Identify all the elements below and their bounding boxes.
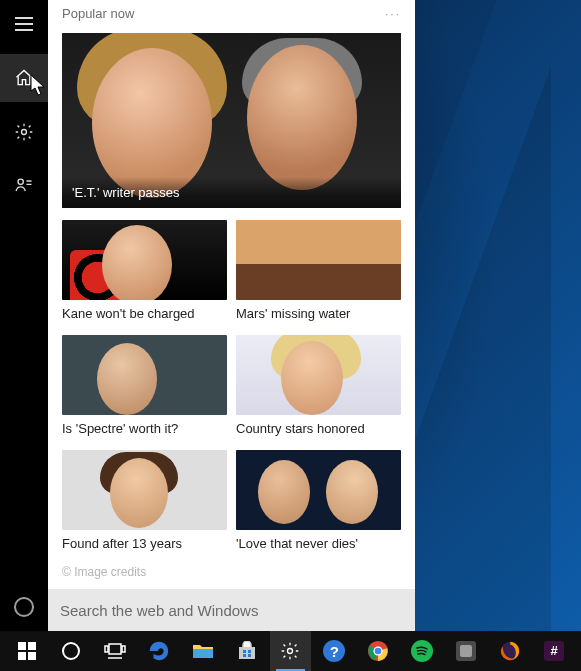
cortana-content: Popular now ··· 'E.T.' writer passes Kan… <box>48 0 415 631</box>
svg-rect-2 <box>18 642 26 650</box>
story-thumb <box>236 335 401 415</box>
chrome-icon[interactable] <box>357 631 399 671</box>
story-caption: Country stars honored <box>236 421 401 436</box>
story-caption: 'Love that never dies' <box>236 536 401 551</box>
hero-caption: 'E.T.' writer passes <box>62 177 401 208</box>
svg-point-1 <box>18 179 23 184</box>
svg-rect-5 <box>28 652 36 660</box>
svg-text:#: # <box>550 643 558 658</box>
section-title: Popular now <box>62 6 134 21</box>
svg-rect-3 <box>28 642 36 650</box>
settings-icon[interactable] <box>0 108 48 156</box>
slack-icon[interactable]: # <box>533 631 575 671</box>
home-icon[interactable] <box>0 54 48 102</box>
spotify-icon[interactable] <box>401 631 443 671</box>
svg-point-16 <box>375 648 382 655</box>
svg-point-13 <box>288 649 293 654</box>
search-bar[interactable] <box>48 589 415 631</box>
svg-rect-11 <box>243 654 246 657</box>
story-card[interactable]: Is 'Spectre' worth it? <box>62 335 227 446</box>
story-card[interactable]: Country stars honored <box>236 335 401 446</box>
edge-icon[interactable] <box>138 631 180 671</box>
svg-point-0 <box>22 130 27 135</box>
svg-rect-10 <box>248 650 251 653</box>
story-caption: Found after 13 years <box>62 536 227 551</box>
start-button[interactable] <box>6 631 48 671</box>
svg-rect-9 <box>243 650 246 653</box>
svg-rect-6 <box>109 644 121 654</box>
settings-taskbar-icon[interactable] <box>270 631 312 671</box>
svg-rect-7 <box>105 646 108 652</box>
story-card[interactable]: Found after 13 years <box>62 450 227 561</box>
story-caption: Mars' missing water <box>236 306 401 321</box>
story-caption: Kane won't be charged <box>62 306 227 321</box>
search-input[interactable] <box>60 602 403 619</box>
svg-rect-4 <box>18 652 26 660</box>
story-card[interactable]: 'Love that never dies' <box>236 450 401 561</box>
story-thumb <box>62 335 227 415</box>
svg-rect-12 <box>248 654 251 657</box>
story-thumb <box>236 450 401 530</box>
file-explorer-icon[interactable] <box>182 631 224 671</box>
story-thumb <box>62 450 227 530</box>
help-icon[interactable]: ? <box>313 631 355 671</box>
firefox-icon[interactable] <box>489 631 531 671</box>
story-card[interactable]: Mars' missing water <box>236 220 401 331</box>
app-gray-icon[interactable] <box>445 631 487 671</box>
hero-story[interactable]: 'E.T.' writer passes <box>62 33 401 208</box>
store-icon[interactable] <box>226 631 268 671</box>
story-grid: Kane won't be charged Mars' missing wate… <box>62 220 401 561</box>
cortana-taskbar-icon[interactable] <box>50 631 92 671</box>
image-credits-link[interactable]: © Image credits <box>62 565 401 579</box>
cortana-ring-icon[interactable] <box>0 583 48 631</box>
more-options-icon[interactable]: ··· <box>385 7 401 21</box>
svg-rect-8 <box>122 646 125 652</box>
story-thumb <box>236 220 401 300</box>
hamburger-menu-icon[interactable] <box>0 0 48 48</box>
cortana-panel: Popular now ··· 'E.T.' writer passes Kan… <box>0 0 415 631</box>
svg-rect-18 <box>460 645 472 657</box>
taskview-icon[interactable] <box>94 631 136 671</box>
story-thumb <box>62 220 227 300</box>
feedback-icon[interactable] <box>0 162 48 210</box>
cortana-rail <box>0 0 48 631</box>
story-card[interactable]: Kane won't be charged <box>62 220 227 331</box>
taskbar: ? # <box>0 631 581 671</box>
story-caption: Is 'Spectre' worth it? <box>62 421 227 436</box>
